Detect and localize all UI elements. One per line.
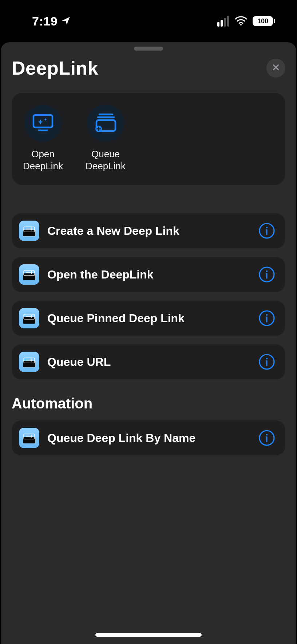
app-icon xyxy=(19,308,39,328)
svg-rect-17 xyxy=(23,361,35,367)
screen-sparkle-icon xyxy=(32,113,54,133)
status-time: 7:19 xyxy=(32,14,58,28)
info-icon xyxy=(258,321,275,328)
shortcut-row-queue-deep-link-by-name[interactable]: Queue Deep Link By Name xyxy=(12,420,285,455)
top-action-label: Queue DeepLink xyxy=(86,148,126,172)
location-icon xyxy=(61,14,71,28)
sheet-header: DeepLink xyxy=(1,57,296,93)
info-button[interactable] xyxy=(258,353,275,370)
svg-point-0 xyxy=(240,24,242,25)
info-icon xyxy=(258,278,275,284)
battery-level: 100 xyxy=(257,17,268,25)
shortcut-label: Open the DeepLink xyxy=(47,268,250,281)
info-button[interactable] xyxy=(258,430,275,446)
sheet-grabber[interactable] xyxy=(134,47,163,51)
svg-point-12 xyxy=(266,270,268,272)
shortcut-row-create-new-deep-link[interactable]: Create a New Deep Link xyxy=(12,213,285,248)
info-icon xyxy=(258,441,275,447)
svg-rect-21 xyxy=(23,437,35,443)
battery-icon: 100 xyxy=(253,16,275,26)
section-title-automation: Automation xyxy=(12,395,285,412)
svg-point-24 xyxy=(266,434,268,435)
stack-plus-icon xyxy=(94,112,118,134)
shortcut-label: Create a New Deep Link xyxy=(47,224,250,238)
top-action-label: Open DeepLink xyxy=(23,148,63,172)
app-icon xyxy=(19,428,39,448)
svg-point-16 xyxy=(266,314,268,316)
svg-rect-13 xyxy=(23,317,35,324)
svg-point-20 xyxy=(266,358,268,359)
top-actions-card: Open DeepLink Queue DeepLink xyxy=(12,93,285,185)
app-icon xyxy=(19,352,39,372)
shortcut-list: Create a New Deep Link Open the DeepLink xyxy=(1,213,296,379)
sheet-title: DeepLink xyxy=(12,57,98,79)
close-icon xyxy=(272,63,280,73)
wifi-icon xyxy=(234,15,248,27)
shortcut-row-open-the-deeplink[interactable]: Open the DeepLink xyxy=(12,257,285,292)
info-button[interactable] xyxy=(258,266,275,283)
shortcut-label: Queue Deep Link By Name xyxy=(47,431,250,445)
top-action-queue-deeplink[interactable]: Queue DeepLink xyxy=(84,104,127,172)
app-icon xyxy=(19,221,39,241)
info-icon xyxy=(258,365,275,371)
top-action-open-deeplink[interactable]: Open DeepLink xyxy=(22,104,64,172)
info-button[interactable] xyxy=(258,310,275,327)
app-icon xyxy=(19,264,39,285)
status-bar: 7:19 100 xyxy=(0,0,297,42)
svg-rect-1 xyxy=(33,115,52,127)
status-left: 7:19 xyxy=(32,14,71,28)
cellular-signal-icon xyxy=(217,16,229,27)
shortcut-row-queue-url[interactable]: Queue URL xyxy=(12,344,285,379)
info-button[interactable] xyxy=(258,222,275,239)
info-icon xyxy=(258,234,275,240)
close-button[interactable] xyxy=(266,59,285,78)
shortcut-row-queue-pinned-deep-link[interactable]: Queue Pinned Deep Link xyxy=(12,301,285,336)
svg-point-8 xyxy=(266,227,268,228)
svg-rect-9 xyxy=(23,273,35,280)
svg-rect-5 xyxy=(23,230,35,236)
home-indicator[interactable] xyxy=(95,633,202,637)
shortcut-label: Queue Pinned Deep Link xyxy=(47,312,250,325)
status-right: 100 xyxy=(217,15,275,27)
sheet: DeepLink Open DeepLi xyxy=(1,42,296,644)
automation-list: Queue Deep Link By Name xyxy=(1,420,296,455)
shortcut-label: Queue URL xyxy=(47,355,250,369)
